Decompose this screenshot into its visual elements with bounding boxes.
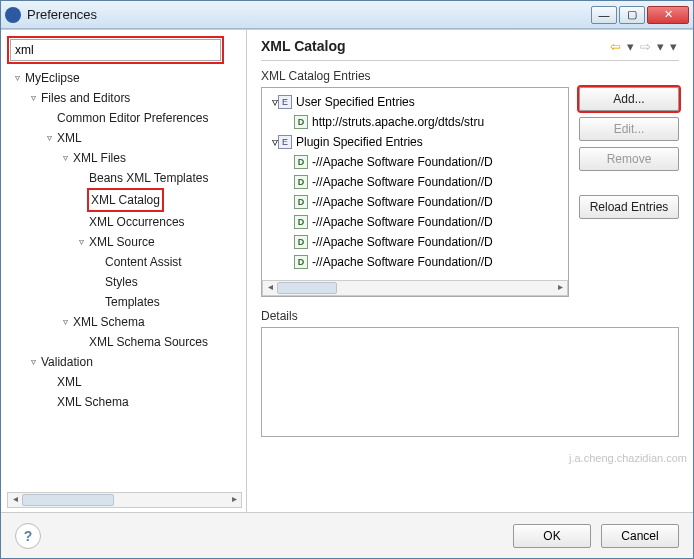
remove-button[interactable]: Remove xyxy=(579,147,679,171)
spacer xyxy=(579,177,679,189)
dtd-icon: D xyxy=(294,235,308,249)
details-label: Details xyxy=(261,309,679,323)
entry-label: http://struts.apache.org/dtds/stru xyxy=(312,112,484,132)
dtd-icon: D xyxy=(294,255,308,269)
catalog-entry[interactable]: D-//Apache Software Foundation//D xyxy=(264,232,566,252)
expand-arrow-icon[interactable]: ▿ xyxy=(59,312,71,332)
tree-item-label: Validation xyxy=(39,352,95,372)
details-box xyxy=(261,327,679,437)
expand-arrow-icon[interactable]: ▿ xyxy=(27,88,39,108)
scroll-right-icon[interactable]: ▸ xyxy=(227,493,241,507)
tree-item-label: XML Schema xyxy=(55,392,131,412)
scroll-left-icon[interactable]: ◂ xyxy=(8,493,22,507)
expand-arrow-icon[interactable]: ▿ xyxy=(27,352,39,372)
preferences-window: Preferences — ▢ ✕ ▿MyEclipse▿Files and E… xyxy=(0,0,694,559)
expand-arrow-icon[interactable]: ▿ xyxy=(75,232,87,252)
page-header: XML Catalog ⇦ ▾ ⇨ ▾ ▾ xyxy=(261,38,679,54)
help-button[interactable]: ? xyxy=(15,523,41,549)
minimize-button[interactable]: — xyxy=(591,6,617,24)
entry-label: -//Apache Software Foundation//D xyxy=(312,232,493,252)
filter-input[interactable] xyxy=(10,39,221,61)
entries-group-icon: E xyxy=(278,95,292,109)
entry-label: -//Apache Software Foundation//D xyxy=(312,252,493,272)
tree-item-label: XML Files xyxy=(71,148,128,168)
right-pane: XML Catalog ⇦ ▾ ⇨ ▾ ▾ XML Catalog Entrie… xyxy=(247,30,693,512)
search-highlight xyxy=(7,36,224,64)
tree-item[interactable]: Content Assist xyxy=(11,252,242,272)
tree-item-label: Styles xyxy=(103,272,140,292)
footer: ? OK Cancel xyxy=(1,512,693,558)
entry-label: -//Apache Software Foundation//D xyxy=(312,192,493,212)
tree-item-label: XML xyxy=(55,128,84,148)
entries-hscrollbar[interactable]: ◂ ▸ xyxy=(262,280,568,296)
tree-item[interactable]: XML xyxy=(11,372,242,392)
tree-item[interactable]: ▿XML xyxy=(11,128,242,148)
maximize-button[interactable]: ▢ xyxy=(619,6,645,24)
catalog-entry[interactable]: D-//Apache Software Foundation//D xyxy=(264,212,566,232)
tree-item-label: XML Schema xyxy=(71,312,147,332)
catalog-entry[interactable]: ▿EUser Specified Entries xyxy=(264,92,566,112)
tree-item-label: Content Assist xyxy=(103,252,184,272)
cancel-button[interactable]: Cancel xyxy=(601,524,679,548)
tree-item[interactable]: ▿Validation xyxy=(11,352,242,372)
catalog-entry[interactable]: Dhttp://struts.apache.org/dtds/stru xyxy=(264,112,566,132)
scroll-thumb[interactable] xyxy=(277,282,337,294)
window-title: Preferences xyxy=(27,7,591,22)
tree-item[interactable]: ▿XML Files xyxy=(11,148,242,168)
dtd-icon: D xyxy=(294,175,308,189)
tree-item[interactable]: Common Editor Preferences xyxy=(11,108,242,128)
ok-button[interactable]: OK xyxy=(513,524,591,548)
forward-arrow-icon[interactable]: ⇨ xyxy=(638,39,653,54)
tree-item[interactable]: ▿MyEclipse xyxy=(11,68,242,88)
reload-button[interactable]: Reload Entries xyxy=(579,195,679,219)
tree-item[interactable]: ▿Files and Editors xyxy=(11,88,242,108)
expand-arrow-icon[interactable]: ▿ xyxy=(43,128,55,148)
edit-button[interactable]: Edit... xyxy=(579,117,679,141)
expand-arrow-icon[interactable]: ▿ xyxy=(11,68,23,88)
entries-area: ▿EUser Specified EntriesDhttp://struts.a… xyxy=(261,87,679,297)
scroll-thumb[interactable] xyxy=(22,494,114,506)
tree-item[interactable]: ▿XML Schema xyxy=(11,312,242,332)
close-button[interactable]: ✕ xyxy=(647,6,689,24)
tree-item[interactable]: Styles xyxy=(11,272,242,292)
preferences-tree[interactable]: ▿MyEclipse▿Files and EditorsCommon Edito… xyxy=(7,68,242,488)
catalog-entry[interactable]: D-//Apache Software Foundation//D xyxy=(264,252,566,272)
window-controls: — ▢ ✕ xyxy=(591,6,689,24)
scroll-right-icon[interactable]: ▸ xyxy=(553,281,567,295)
tree-hscrollbar[interactable]: ◂ ▸ xyxy=(7,492,242,508)
entries-listbox[interactable]: ▿EUser Specified EntriesDhttp://struts.a… xyxy=(261,87,569,297)
catalog-entry[interactable]: D-//Apache Software Foundation//D xyxy=(264,172,566,192)
entries-group-icon: E xyxy=(278,135,292,149)
forward-menu-icon[interactable]: ▾ xyxy=(655,39,666,54)
page-title: XML Catalog xyxy=(261,38,608,54)
tree-item[interactable]: XML Catalog xyxy=(11,188,242,212)
entries-label: XML Catalog Entries xyxy=(261,69,679,83)
left-pane: ▿MyEclipse▿Files and EditorsCommon Edito… xyxy=(1,30,247,512)
tree-item[interactable]: XML Schema xyxy=(11,392,242,412)
tree-item[interactable]: XML Occurrences xyxy=(11,212,242,232)
app-icon xyxy=(5,7,21,23)
tree-item-label: Common Editor Preferences xyxy=(55,108,210,128)
tree-item-label: XML Schema Sources xyxy=(87,332,210,352)
add-button[interactable]: Add... xyxy=(579,87,679,111)
expand-arrow-icon[interactable]: ▿ xyxy=(59,148,71,168)
view-menu-icon[interactable]: ▾ xyxy=(668,39,679,54)
back-arrow-icon[interactable]: ⇦ xyxy=(608,39,623,54)
tree-item-label: XML Catalog xyxy=(87,188,164,212)
back-menu-icon[interactable]: ▾ xyxy=(625,39,636,54)
catalog-entry[interactable]: ▿EPlugin Specified Entries xyxy=(264,132,566,152)
tree-item[interactable]: XML Schema Sources xyxy=(11,332,242,352)
titlebar[interactable]: Preferences — ▢ ✕ xyxy=(1,1,693,29)
tree-item[interactable]: ▿XML Source xyxy=(11,232,242,252)
catalog-entry[interactable]: D-//Apache Software Foundation//D xyxy=(264,152,566,172)
entries-buttons: Add... Edit... Remove Reload Entries xyxy=(579,87,679,297)
scroll-left-icon[interactable]: ◂ xyxy=(263,281,277,295)
tree-item-label: Files and Editors xyxy=(39,88,132,108)
tree-item[interactable]: Beans XML Templates xyxy=(11,168,242,188)
dtd-icon: D xyxy=(294,155,308,169)
tree-item-label: Templates xyxy=(103,292,162,312)
catalog-entry[interactable]: D-//Apache Software Foundation//D xyxy=(264,192,566,212)
watermark: j.a.cheng.chazidian.com xyxy=(569,452,687,464)
tree-item[interactable]: Templates xyxy=(11,292,242,312)
nav-arrows: ⇦ ▾ ⇨ ▾ ▾ xyxy=(608,39,679,54)
